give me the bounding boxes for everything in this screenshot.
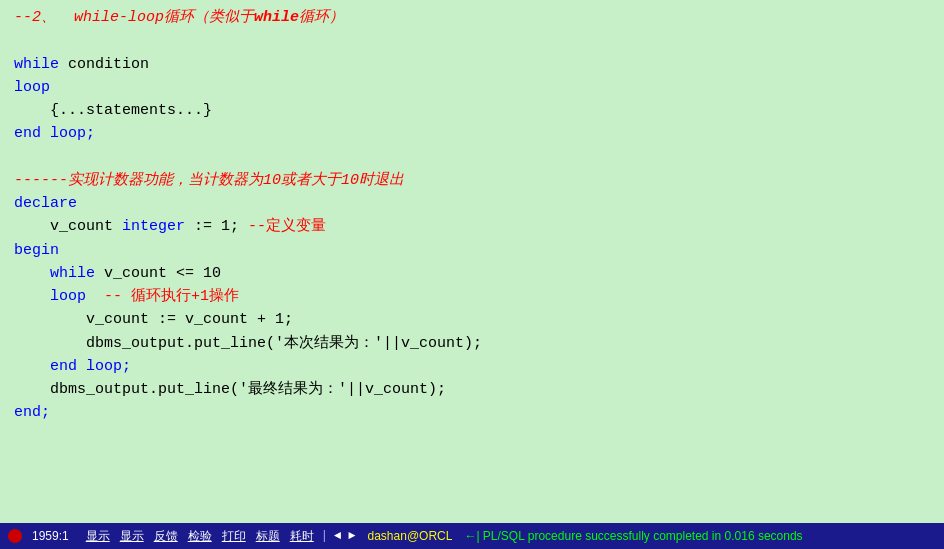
code-line-blank-1 bbox=[14, 29, 930, 52]
status-buttons: 显示 显示 反馈 检验 打印 标题 耗时 | ◄ ► bbox=[81, 527, 356, 546]
status-arrows[interactable]: ◄ ► bbox=[334, 529, 356, 543]
status-btn-title[interactable]: 标题 bbox=[251, 527, 285, 546]
status-btn-check[interactable]: 检验 bbox=[183, 527, 217, 546]
status-btn-print[interactable]: 打印 bbox=[217, 527, 251, 546]
code-line-8: ------实现计数器功能，当计数器为10或者大于10时退出 bbox=[14, 169, 930, 192]
status-left-section: 1959:1 显示 显示 反馈 检验 打印 标题 耗时 | ◄ ► dashan… bbox=[6, 527, 803, 546]
status-user: dashan@ORCL bbox=[368, 529, 453, 543]
kw-while: while bbox=[14, 56, 59, 73]
status-btn-show1[interactable]: 显示 bbox=[81, 527, 115, 546]
code-line-13: loop -- 循环执行+1操作 bbox=[14, 285, 930, 308]
kw-end: end; bbox=[14, 404, 50, 421]
status-red-dot bbox=[8, 529, 22, 543]
code-line-5: {...statements...} bbox=[14, 99, 930, 122]
status-divider1: | bbox=[321, 529, 328, 543]
code-editor: --2、 while-loop循环（类似于while循环） while cond… bbox=[0, 0, 944, 523]
code-line-1: --2、 while-loop循环（类似于while循环） bbox=[14, 6, 930, 29]
status-icon-box bbox=[6, 527, 24, 545]
code-line-9: declare bbox=[14, 192, 930, 215]
status-btn-feedback[interactable]: 反馈 bbox=[149, 527, 183, 546]
comment-counter: ------实现计数器功能，当计数器为10或者大于10时退出 bbox=[14, 172, 404, 189]
comment-loop: -- 循环执行+1操作 bbox=[104, 288, 239, 305]
kw-begin: begin bbox=[14, 242, 59, 259]
status-message: ←| PL/SQL procedure successfully complet… bbox=[464, 529, 802, 543]
cursor-position: 1959:1 bbox=[32, 529, 69, 543]
code-line-3: while condition bbox=[14, 53, 930, 76]
code-line-4: loop bbox=[14, 76, 930, 99]
status-bar: 1959:1 显示 显示 反馈 检验 打印 标题 耗时 | ◄ ► dashan… bbox=[0, 523, 944, 549]
kw-declare: declare bbox=[14, 195, 77, 212]
comment-var: --定义变量 bbox=[248, 218, 326, 235]
code-line-6: end loop; bbox=[14, 122, 930, 145]
kw-end-loop: end loop; bbox=[14, 125, 95, 142]
code-line-14: v_count := v_count + 1; bbox=[14, 308, 930, 331]
code-line-17: dbms_output.put_line('最终结果为：'||v_count); bbox=[14, 378, 930, 401]
code-line-11: begin bbox=[14, 239, 930, 262]
code-line-18: end; bbox=[14, 401, 930, 424]
comment-heading: --2、 while-loop循环（类似于while循环） bbox=[14, 9, 344, 26]
status-btn-time[interactable]: 耗时 bbox=[285, 527, 319, 546]
code-line-10: v_count integer := 1; --定义变量 bbox=[14, 215, 930, 238]
kw-loop: loop bbox=[14, 79, 50, 96]
code-line-16: end loop; bbox=[14, 355, 930, 378]
code-line-12: while v_count <= 10 bbox=[14, 262, 930, 285]
code-line-15: dbms_output.put_line('本次结果为：'||v_count); bbox=[14, 332, 930, 355]
code-line-blank-2 bbox=[14, 146, 930, 169]
status-btn-show2[interactable]: 显示 bbox=[115, 527, 149, 546]
